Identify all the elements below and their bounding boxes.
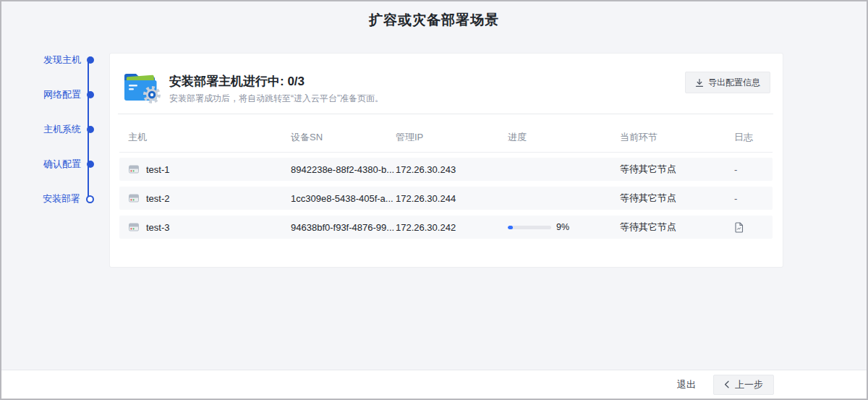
table-header-row: 主机设备SN管理IP进度当前环节日志	[119, 123, 773, 152]
hosts-table: 主机设备SN管理IP进度当前环节日志 test-1 8942238e-88f2-…	[119, 123, 773, 244]
column-header: 进度	[508, 131, 620, 144]
stepper-item-dot	[87, 56, 94, 64]
stepper-item: 主机系统	[41, 124, 94, 135]
column-header: 日志	[734, 131, 773, 144]
device-sn: 94638bf0-f93f-4876-99...	[291, 222, 396, 233]
host-icon	[128, 163, 140, 175]
host-cell: test-2	[128, 192, 291, 204]
host-name: test-2	[146, 193, 170, 204]
stepper-item-label: 确认配置	[43, 158, 81, 171]
log-cell: -	[734, 164, 773, 175]
stepper-item: 安装部署	[41, 194, 94, 204]
log-cell: -	[734, 193, 773, 204]
log-cell	[734, 222, 773, 233]
log-empty: -	[734, 164, 737, 175]
stepper-item: 网络配置	[41, 90, 94, 100]
stepper: 发现主机 网络配置 主机系统 确认配置 安装部署	[41, 55, 94, 229]
management-ip: 172.26.30.244	[396, 193, 508, 204]
host-cell: test-3	[128, 221, 291, 233]
stepper-item-dot	[87, 91, 94, 98]
host-name: test-1	[146, 164, 170, 175]
current-stage: 等待其它节点	[620, 221, 734, 234]
export-config-button[interactable]: 导出配置信息	[685, 72, 770, 93]
management-ip: 172.26.30.242	[396, 222, 508, 233]
table-body: test-1 8942238e-88f2-4380-b... 172.26.30…	[119, 158, 773, 239]
export-config-label: 导出配置信息	[708, 77, 760, 89]
exit-button[interactable]: 退出	[677, 378, 696, 391]
panel-subtitle: 安装部署成功后，将自动跳转至“进入云平台”准备页面。	[169, 93, 383, 105]
deploy-panel: 安装部署主机进行中: 0/3 安装部署成功后，将自动跳转至“进入云平台”准备页面…	[110, 54, 783, 267]
log-file-icon[interactable]	[734, 222, 744, 233]
management-ip: 172.26.30.243	[396, 164, 508, 175]
stepper-item: 确认配置	[41, 159, 94, 169]
column-header: 主机	[128, 131, 291, 144]
prev-step-button[interactable]: 上一步	[713, 375, 774, 395]
host-icon	[128, 192, 140, 204]
page-title: 扩容或灾备部署场景	[1, 11, 867, 30]
stepper-item-label: 安装部署	[43, 192, 80, 205]
footer: 退出 上一步	[1, 370, 867, 399]
folder-gear-icon	[123, 71, 162, 104]
stepper-item-dot	[87, 161, 94, 168]
table-row: test-1 8942238e-88f2-4380-b... 172.26.30…	[119, 158, 773, 181]
stepper-item-label: 主机系统	[43, 123, 81, 136]
table-row: test-3 94638bf0-f93f-4876-99... 172.26.3…	[119, 216, 773, 239]
stepper-item-dot	[87, 126, 94, 133]
stepper-item: 发现主机	[41, 55, 94, 65]
stepper-item-dot	[86, 195, 94, 203]
device-sn: 1cc309e8-5438-405f-a...	[291, 193, 396, 204]
progress-value: 9%	[556, 222, 569, 232]
prev-step-label: 上一步	[735, 378, 763, 391]
device-sn: 8942238e-88f2-4380-b...	[291, 164, 396, 175]
host-icon	[128, 221, 140, 233]
chevron-left-icon	[724, 380, 730, 388]
host-cell: test-1	[128, 163, 291, 175]
host-name: test-3	[146, 222, 170, 233]
table-row: test-2 1cc309e8-5438-405f-a... 172.26.30…	[119, 187, 773, 210]
stepper-item-label: 网络配置	[43, 88, 81, 101]
progress-bar	[508, 226, 551, 229]
column-header: 管理IP	[396, 131, 508, 144]
panel-title: 安装部署主机进行中: 0/3	[169, 73, 305, 90]
page: 扩容或灾备部署场景 发现主机 网络配置 主机系统 确认配置 安装部署	[0, 0, 868, 400]
column-header: 当前环节	[620, 131, 734, 144]
column-header: 设备SN	[291, 131, 396, 144]
divider	[118, 114, 773, 114]
download-icon	[695, 78, 704, 88]
current-stage: 等待其它节点	[620, 192, 734, 205]
progress-cell: 9%	[508, 222, 620, 232]
current-stage: 等待其它节点	[620, 163, 734, 176]
stepper-item-label: 发现主机	[43, 54, 81, 67]
table-header-divider	[119, 152, 773, 153]
log-empty: -	[734, 193, 737, 204]
